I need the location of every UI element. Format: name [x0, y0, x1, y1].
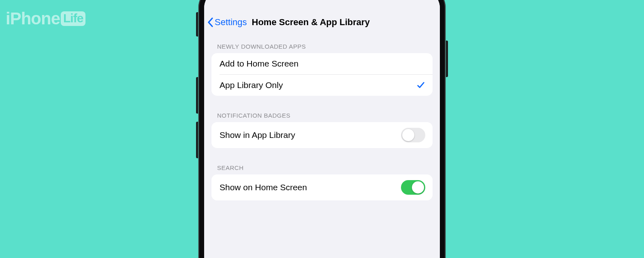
group-search: Show on Home Screen — [211, 174, 433, 200]
row-label: Show in App Library — [220, 130, 295, 140]
chevron-left-icon — [207, 17, 214, 27]
option-add-to-home-screen[interactable]: Add to Home Screen — [211, 53, 433, 74]
toggle-knob — [412, 181, 424, 194]
toggle-knob — [402, 129, 414, 141]
option-label: Add to Home Screen — [220, 59, 299, 69]
row-show-on-home-screen[interactable]: Show on Home Screen — [211, 174, 433, 200]
watermark-prefix: iPhone — [6, 9, 60, 28]
nav-bar: Settings Home Screen & App Library — [204, 0, 440, 34]
option-app-library-only[interactable]: App Library Only — [211, 75, 433, 96]
phone-screen: Settings Home Screen & App Library NEWLY… — [204, 0, 440, 258]
row-label: Show on Home Screen — [220, 183, 307, 192]
page-title: Home Screen & App Library — [252, 17, 370, 28]
group-newly-downloaded: Add to Home Screen App Library Only — [211, 53, 433, 96]
section-header-newly-downloaded: NEWLY DOWNLOADED APPS — [211, 34, 433, 53]
watermark-badge: Life — [61, 11, 85, 26]
back-button[interactable]: Settings — [207, 15, 248, 29]
checkmark-icon — [416, 81, 425, 90]
back-label: Settings — [215, 17, 247, 28]
watermark-logo: iPhone Life — [6, 9, 85, 28]
toggle-show-in-app-library[interactable] — [401, 128, 425, 142]
row-show-in-app-library[interactable]: Show in App Library — [211, 122, 433, 148]
toggle-show-on-home-screen[interactable] — [401, 180, 425, 195]
option-label: App Library Only — [220, 80, 283, 90]
section-header-search: SEARCH — [211, 155, 433, 174]
group-notification-badges: Show in App Library — [211, 122, 433, 148]
section-header-notification-badges: NOTIFICATION BADGES — [211, 103, 433, 122]
phone-frame: Settings Home Screen & App Library NEWLY… — [198, 0, 446, 258]
